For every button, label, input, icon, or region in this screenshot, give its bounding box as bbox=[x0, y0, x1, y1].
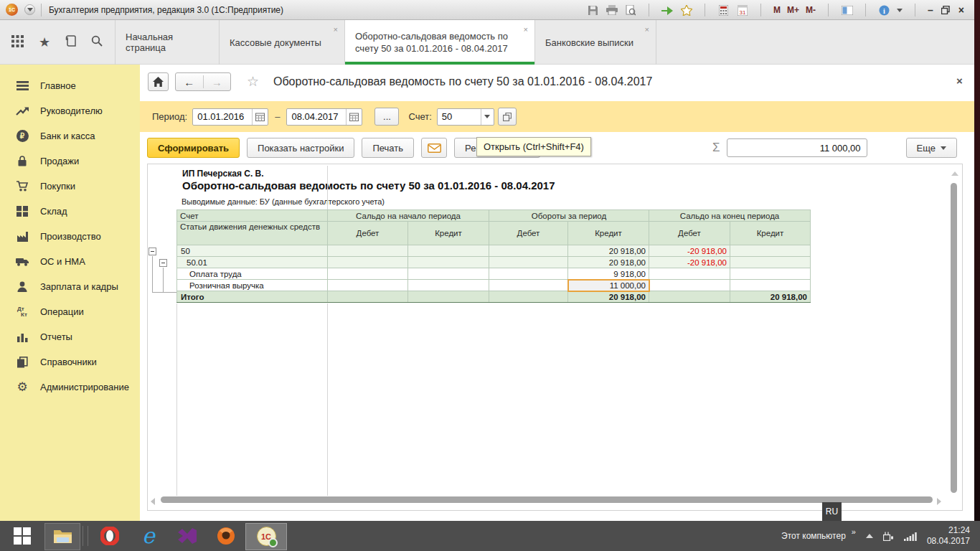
calculator-icon[interactable] bbox=[717, 4, 730, 17]
calendar-picker-icon[interactable] bbox=[346, 109, 362, 125]
cell[interactable]: Розничная выручка bbox=[177, 280, 328, 291]
cell[interactable] bbox=[489, 257, 568, 268]
cell[interactable] bbox=[730, 268, 811, 280]
cell[interactable]: 20 918,00 bbox=[730, 291, 811, 303]
opera-button[interactable] bbox=[90, 521, 129, 551]
show-settings-button[interactable]: Показать настройки bbox=[247, 138, 354, 158]
memory-minus-button[interactable]: M- bbox=[806, 5, 816, 15]
horizontal-scrollbar[interactable] bbox=[161, 496, 933, 503]
tab-home[interactable]: Начальная страница bbox=[115, 20, 219, 65]
sidebar-item-main[interactable]: Главное bbox=[0, 73, 140, 98]
start-button[interactable] bbox=[0, 521, 44, 551]
sidebar-item-directories[interactable]: Справочники bbox=[0, 349, 140, 375]
header-cell[interactable]: Кредит bbox=[568, 222, 649, 245]
favorite-star-icon[interactable]: ☆ bbox=[247, 73, 259, 90]
combo-dropdown-icon[interactable] bbox=[481, 109, 494, 125]
cell[interactable] bbox=[649, 268, 730, 280]
tab-bank-statements[interactable]: Банковские выписки × bbox=[534, 20, 656, 65]
collapse-icon[interactable] bbox=[149, 248, 156, 255]
print-icon[interactable] bbox=[606, 4, 618, 17]
cell[interactable]: 20 918,00 bbox=[568, 257, 649, 268]
sum-field[interactable]: 11 000,00 bbox=[727, 138, 867, 157]
memory-plus-button[interactable]: M+ bbox=[787, 5, 799, 15]
more-button[interactable]: Еще bbox=[906, 138, 957, 158]
tray-computer-label[interactable]: Этот компьютер bbox=[781, 531, 846, 541]
cell[interactable] bbox=[408, 291, 489, 303]
cell[interactable]: 50.01 bbox=[177, 257, 328, 268]
cell[interactable] bbox=[730, 245, 811, 257]
tab-cash-documents[interactable]: Кассовые документы × bbox=[219, 20, 344, 65]
generate-button[interactable]: Сформировать bbox=[147, 138, 240, 158]
network-signal-icon[interactable] bbox=[904, 532, 917, 541]
cell[interactable]: Итого bbox=[177, 291, 328, 303]
close-icon[interactable]: × bbox=[524, 25, 528, 34]
sidebar-item-operations[interactable]: ДтКт Операции bbox=[0, 299, 140, 324]
add-favorite-icon[interactable] bbox=[661, 4, 674, 17]
home-button[interactable] bbox=[148, 72, 169, 91]
tray-chevron[interactable]: » bbox=[852, 527, 856, 536]
print-preview-icon[interactable] bbox=[624, 4, 636, 17]
browser-button[interactable] bbox=[207, 521, 245, 551]
cell[interactable] bbox=[730, 257, 811, 268]
sidebar-item-production[interactable]: Производство bbox=[0, 224, 140, 249]
back-button[interactable]: ← bbox=[176, 76, 203, 88]
header-cell[interactable]: Обороты за период bbox=[489, 210, 649, 222]
sidebar-item-fixed-assets[interactable]: ОС и НМА bbox=[0, 249, 140, 274]
scroll-up-icon[interactable] bbox=[951, 171, 958, 176]
scroll-right-icon[interactable] bbox=[937, 498, 941, 505]
forward-button[interactable]: → bbox=[204, 76, 231, 88]
close-icon[interactable]: × bbox=[645, 25, 649, 34]
memory-button[interactable]: M bbox=[773, 5, 781, 15]
close-icon[interactable]: × bbox=[334, 25, 338, 34]
chevron-down-icon[interactable] bbox=[897, 9, 903, 12]
cell[interactable] bbox=[328, 245, 408, 257]
cell[interactable] bbox=[489, 268, 568, 280]
cell[interactable] bbox=[408, 280, 489, 291]
split-window-icon[interactable] bbox=[841, 4, 853, 17]
period-options-button[interactable]: ... bbox=[374, 108, 399, 126]
sidebar-item-manager[interactable]: Руководителю bbox=[0, 98, 140, 123]
cell[interactable] bbox=[489, 245, 568, 257]
header-cell[interactable]: Дебет bbox=[649, 222, 730, 245]
cell[interactable] bbox=[408, 268, 489, 280]
history-icon[interactable] bbox=[65, 35, 76, 50]
cell[interactable]: -20 918,00 bbox=[649, 257, 730, 268]
cell[interactable]: 20 918,00 bbox=[568, 245, 649, 257]
header-cell[interactable]: Счет bbox=[177, 210, 328, 222]
close-button[interactable]: × bbox=[958, 5, 964, 15]
scroll-left-icon[interactable] bbox=[151, 498, 155, 505]
header-cell[interactable]: Кредит bbox=[408, 222, 489, 245]
minimize-button[interactable]: – bbox=[928, 5, 933, 15]
header-cell[interactable]: Дебет bbox=[328, 222, 408, 245]
period-from-field[interactable]: 01.01.2016 bbox=[192, 108, 268, 126]
cell[interactable] bbox=[408, 257, 489, 268]
sidebar-item-reports[interactable]: Отчеты bbox=[0, 324, 140, 349]
cell[interactable] bbox=[408, 245, 489, 257]
sidebar-item-administration[interactable]: ⚙ Администрирование bbox=[0, 375, 140, 400]
collapse-icon[interactable] bbox=[159, 259, 167, 267]
vertical-scrollbar[interactable] bbox=[951, 183, 957, 493]
favorites-icon[interactable] bbox=[680, 4, 692, 17]
cell[interactable]: 20 918,00 bbox=[568, 291, 649, 303]
header-cell[interactable]: Статьи движения денежных средств bbox=[177, 222, 328, 245]
sections-menu-icon[interactable] bbox=[11, 35, 24, 50]
header-cell[interactable]: Сальдо на начало периода bbox=[328, 210, 489, 222]
selected-cell[interactable]: 11 000,00 bbox=[568, 280, 649, 291]
cell[interactable] bbox=[489, 280, 568, 291]
tray-expand-icon[interactable] bbox=[866, 534, 873, 538]
account-combo[interactable]: 50 bbox=[437, 108, 494, 126]
sidebar-item-sales[interactable]: Продажи bbox=[0, 149, 140, 174]
power-icon[interactable] bbox=[883, 532, 894, 541]
period-to-field[interactable]: 08.04.2017 bbox=[286, 108, 362, 126]
print-button[interactable]: Печать bbox=[362, 138, 414, 158]
cell[interactable] bbox=[730, 280, 811, 291]
info-icon[interactable]: i bbox=[878, 4, 890, 17]
onec-app-button[interactable]: 1С bbox=[245, 523, 287, 550]
email-button[interactable] bbox=[421, 138, 447, 158]
favorites-star-icon[interactable]: ★ bbox=[39, 34, 50, 50]
save-icon[interactable] bbox=[587, 4, 599, 17]
cell[interactable] bbox=[328, 291, 408, 303]
tab-osv-report[interactable]: Оборотно-сальдовая ведомость по счету 50… bbox=[344, 20, 534, 65]
cell[interactable]: 9 918,00 bbox=[568, 268, 649, 280]
cell[interactable] bbox=[489, 291, 568, 303]
